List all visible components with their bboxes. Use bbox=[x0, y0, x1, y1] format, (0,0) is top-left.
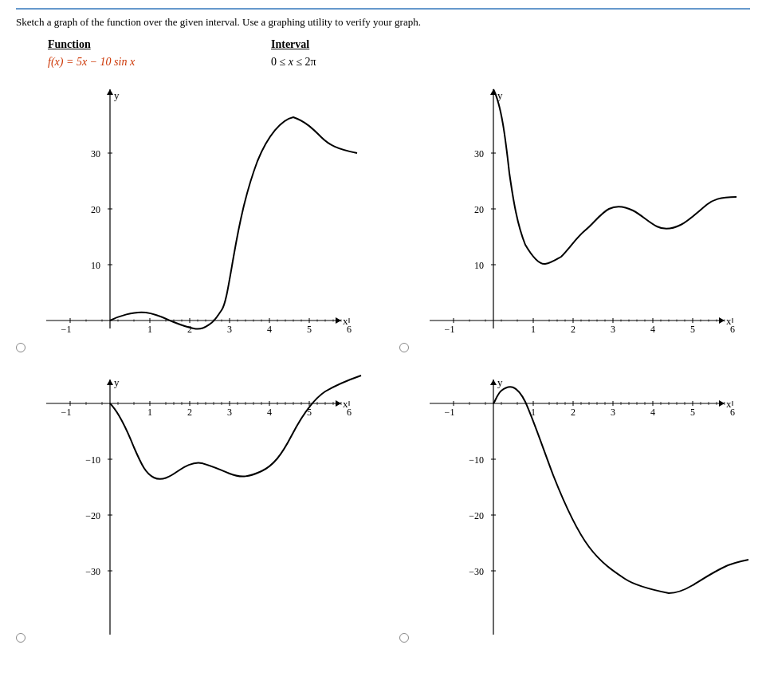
svg-text:−30: −30 bbox=[469, 566, 484, 577]
svg-text:−20: −20 bbox=[85, 510, 100, 521]
svg-text:1: 1 bbox=[147, 407, 152, 418]
graph-cell-bottom-right: y x −1 1 2 3 4 5 6 −10 bbox=[399, 372, 751, 646]
svg-text:1: 1 bbox=[531, 324, 536, 335]
svg-text:30: 30 bbox=[474, 148, 484, 159]
function-expression: f(x) = 5x − 10 sin x bbox=[48, 56, 175, 69]
instructions-text: Sketch a graph of the function over the … bbox=[16, 8, 750, 29]
svg-marker-101 bbox=[107, 379, 113, 385]
svg-text:6: 6 bbox=[730, 324, 735, 335]
graph-top-left: y x −1 1 2 3 4 5 bbox=[30, 81, 341, 356]
function-column-header: Function bbox=[48, 38, 175, 51]
svg-text:2: 2 bbox=[187, 407, 192, 418]
radio-bottom-left[interactable] bbox=[16, 633, 26, 643]
svg-text:20: 20 bbox=[91, 204, 100, 215]
svg-text:−30: −30 bbox=[85, 566, 100, 577]
svg-text:y: y bbox=[114, 89, 120, 101]
svg-text:5: 5 bbox=[690, 324, 695, 335]
svg-marker-150 bbox=[490, 379, 497, 385]
svg-text:y: y bbox=[497, 89, 503, 101]
interval-expression: 0 ≤ x ≤ 2π bbox=[271, 56, 316, 69]
svg-text:6: 6 bbox=[347, 407, 352, 418]
svg-marker-2 bbox=[336, 317, 341, 324]
svg-text:1: 1 bbox=[147, 324, 152, 335]
svg-text:2: 2 bbox=[571, 324, 575, 335]
graph-bottom-left: y x −1 1 2 3 4 5 6 −10 bbox=[30, 372, 341, 646]
radio-top-right[interactable] bbox=[399, 343, 409, 352]
svg-text:4: 4 bbox=[267, 324, 272, 335]
radio-top-left[interactable] bbox=[16, 343, 26, 352]
svg-text:6: 6 bbox=[730, 407, 735, 418]
svg-text:−1: −1 bbox=[444, 324, 454, 335]
graph-bottom-right: y x −1 1 2 3 4 5 6 −10 bbox=[414, 372, 725, 646]
svg-marker-51 bbox=[719, 317, 725, 324]
svg-text:5: 5 bbox=[690, 407, 695, 418]
svg-marker-100 bbox=[336, 400, 341, 407]
radio-bottom-right[interactable] bbox=[399, 633, 409, 643]
svg-text:3: 3 bbox=[227, 407, 232, 418]
svg-text:3: 3 bbox=[227, 324, 232, 335]
svg-text:2: 2 bbox=[187, 324, 192, 335]
svg-text:−1: −1 bbox=[61, 407, 72, 418]
svg-text:−20: −20 bbox=[469, 510, 484, 521]
svg-text:−10: −10 bbox=[85, 454, 100, 466]
graph-cell-bottom-left: y x −1 1 2 3 4 5 6 −10 bbox=[16, 372, 367, 646]
svg-text:−10: −10 bbox=[469, 454, 484, 466]
svg-text:20: 20 bbox=[474, 204, 484, 215]
svg-text:4: 4 bbox=[267, 407, 272, 418]
svg-marker-149 bbox=[719, 400, 725, 407]
svg-text:30: 30 bbox=[91, 148, 100, 159]
svg-text:10: 10 bbox=[91, 260, 100, 271]
graph-cell-top-right: y x −1 1 2 3 4 5 6 10 bbox=[399, 81, 751, 356]
interval-column-header: Interval bbox=[271, 38, 309, 51]
svg-text:y: y bbox=[114, 376, 120, 388]
svg-text:−1: −1 bbox=[61, 324, 72, 335]
svg-text:4: 4 bbox=[650, 324, 655, 335]
svg-text:4: 4 bbox=[650, 407, 655, 418]
svg-text:−1: −1 bbox=[444, 407, 454, 418]
svg-text:3: 3 bbox=[611, 324, 615, 335]
svg-text:5: 5 bbox=[307, 324, 312, 335]
svg-text:3: 3 bbox=[611, 407, 615, 418]
svg-marker-3 bbox=[107, 89, 113, 95]
graphs-grid: y x −1 1 2 3 4 5 bbox=[16, 81, 750, 646]
graph-cell-top-left: y x −1 1 2 3 4 5 bbox=[16, 81, 367, 356]
svg-text:6: 6 bbox=[347, 324, 352, 335]
graph-top-right: y x −1 1 2 3 4 5 6 10 bbox=[414, 81, 725, 356]
svg-text:2: 2 bbox=[571, 407, 575, 418]
svg-text:10: 10 bbox=[474, 260, 484, 271]
svg-text:y: y bbox=[497, 376, 503, 388]
